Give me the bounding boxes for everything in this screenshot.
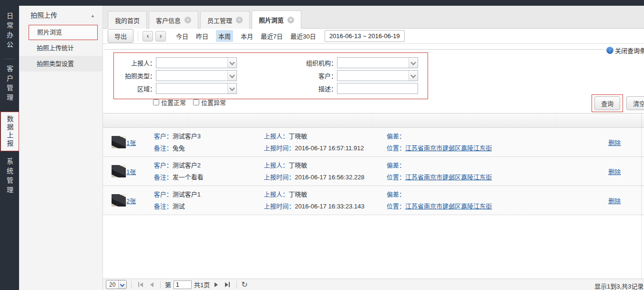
- last-page-button[interactable]: [223, 282, 232, 287]
- quick-filter-last7days[interactable]: 最近7日: [261, 31, 283, 41]
- main-content: 我的首页 客户信息 × 员工管理 × 照片浏览 × 导出 ‹ › 今日 昨日: [103, 0, 644, 290]
- position-normal-label: 位置正常: [161, 98, 186, 107]
- position-abnormal-label: 位置异常: [201, 98, 226, 107]
- chevron-down-icon[interactable]: [409, 58, 418, 68]
- time-label: 上报时间：: [264, 174, 295, 181]
- query-form: 上报人： 组织机构： 拍照类型： 客户： 区域： 描: [113, 52, 428, 99]
- deviation-label: 偏差：: [387, 191, 405, 198]
- quick-filter-last30days[interactable]: 最近30日: [290, 31, 316, 41]
- deviation-label: 偏差：: [387, 162, 405, 169]
- prev-page-button[interactable]: [148, 282, 156, 287]
- chevron-down-icon[interactable]: [227, 83, 236, 93]
- position-normal-checkbox[interactable]: [153, 99, 159, 105]
- location-link[interactable]: 江苏省南京市建邺区嘉陵江东街: [405, 203, 492, 210]
- org-select[interactable]: [337, 57, 418, 68]
- quick-filter-this-week[interactable]: 本周: [216, 30, 233, 42]
- sidebar-item-customer-management[interactable]: 客户管理: [0, 65, 19, 105]
- position-normal-option[interactable]: 位置正常: [153, 98, 186, 107]
- query-panel: ↑ 关闭查询条件 上报人： 组织机构： 拍照类型： 客户：: [103, 44, 644, 114]
- quick-filter-today[interactable]: 今日: [176, 31, 188, 41]
- deviation-label: 偏差：: [387, 133, 405, 140]
- delete-link[interactable]: 删除: [608, 168, 621, 176]
- menu-item-photo-type-settings[interactable]: 拍照类型设置: [19, 56, 102, 72]
- position-abnormal-option[interactable]: 位置异常: [193, 98, 226, 107]
- photo-cell: 1张: [112, 136, 154, 148]
- photo-thumbnail[interactable]: [112, 165, 126, 177]
- chevron-down-icon[interactable]: [409, 71, 418, 81]
- location-link[interactable]: 江苏省南京市建邺区嘉陵江东街: [405, 145, 492, 152]
- chevron-down-icon[interactable]: [227, 58, 236, 68]
- close-query-conditions-link[interactable]: ↑ 关闭查询条件: [606, 46, 644, 55]
- reporter-value: 丁晓敏: [288, 133, 307, 140]
- sidebar-item-data-report[interactable]: 数据上报: [0, 112, 19, 151]
- close-icon[interactable]: ×: [236, 17, 243, 23]
- photo-count-link[interactable]: 2张: [126, 196, 136, 205]
- clear-button[interactable]: 清空: [626, 96, 644, 110]
- location-label: 位置：: [387, 203, 405, 210]
- quick-filter-this-month[interactable]: 本月: [241, 31, 253, 41]
- photo-count-link[interactable]: 1张: [126, 167, 136, 176]
- customer-label: 客户：: [299, 71, 337, 80]
- position-checkboxes: 位置正常 位置异常: [153, 98, 226, 107]
- date-range-field[interactable]: 2016-06-13 ~ 2016-06-19: [325, 30, 405, 42]
- photo-type-label: 拍照类型：: [114, 71, 156, 80]
- collapse-up-icon: ↑: [606, 47, 613, 54]
- time-label: 上报时间：: [264, 203, 295, 210]
- pager-separator: [160, 281, 161, 289]
- search-button[interactable]: 查询: [594, 96, 620, 110]
- reporter-label: 上报人：: [264, 133, 288, 140]
- close-icon[interactable]: ×: [184, 17, 191, 23]
- collapse-arrow-icon[interactable]: ▲: [91, 6, 95, 25]
- note-value: 测试: [173, 203, 185, 210]
- refresh-icon[interactable]: ↻: [241, 281, 247, 289]
- chevron-down-icon[interactable]: [227, 71, 236, 81]
- sidebar-item-label: 客户管理: [5, 65, 14, 104]
- next-page-button[interactable]: [212, 282, 220, 287]
- export-button[interactable]: 导出: [108, 29, 133, 43]
- location-link[interactable]: 江苏省南京市建邺区嘉陵江东街: [405, 174, 492, 181]
- customer-value: 测试客户3: [173, 133, 201, 140]
- customer-cell: 客户：测试客户3 备注：兔兔: [154, 130, 264, 154]
- photo-thumbnail[interactable]: [112, 136, 126, 148]
- delete-link[interactable]: 删除: [608, 197, 621, 205]
- first-page-button[interactable]: [136, 282, 145, 287]
- location-label: 位置：: [387, 174, 405, 181]
- tab-my-home[interactable]: 我的首页: [108, 11, 147, 29]
- top-dark-strip: [0, 0, 644, 6]
- sidebar-item-system-management[interactable]: 系统管理: [0, 158, 19, 197]
- table-row: 2张 客户：测试客户1 备注：测试 上报人：丁晓敏 上报时间：2016-06-1…: [103, 186, 644, 215]
- tab-customer-info[interactable]: 客户信息 ×: [149, 11, 198, 29]
- reporter-select[interactable]: [156, 57, 237, 68]
- delete-cell: 删除: [608, 167, 644, 176]
- close-icon[interactable]: ×: [287, 17, 294, 23]
- page-size-value: 20: [106, 281, 118, 288]
- menu-item-photo-browse[interactable]: 照片浏览: [29, 25, 98, 40]
- page-number-input[interactable]: [174, 280, 192, 289]
- time-label: 上报时间：: [264, 145, 295, 152]
- photo-count-link[interactable]: 1张: [126, 138, 136, 147]
- table-row: 1张 客户：测试客户2 备注：发一个看看 上报人：丁晓敏 上报时间：2016-0…: [103, 157, 644, 186]
- description-label: 描述：: [299, 84, 337, 93]
- prev-range-button[interactable]: ‹: [143, 31, 153, 41]
- menu-item-photo-upload-stats[interactable]: 拍照上传统计: [19, 40, 102, 56]
- delete-link[interactable]: 删除: [608, 139, 621, 146]
- page-size-select[interactable]: 20: [106, 280, 127, 289]
- photo-type-select[interactable]: [156, 70, 237, 81]
- sidebar-item-label: 系统管理: [5, 158, 14, 196]
- toolbar-separator: [138, 31, 138, 41]
- time-value: 2016-06-17 16:57:11.912: [295, 145, 364, 152]
- sidebar-divider: [4, 59, 15, 59]
- tab-photo-browse[interactable]: 照片浏览 ×: [252, 10, 301, 29]
- sidebar-item-daily-office[interactable]: 日常办公: [0, 12, 19, 52]
- page-total-label: 共1页: [194, 280, 210, 289]
- menu-group-header[interactable]: 拍照上传 ▲: [19, 6, 102, 25]
- customer-select[interactable]: [337, 70, 418, 81]
- quick-filter-yesterday[interactable]: 昨日: [196, 31, 208, 41]
- next-range-button[interactable]: ›: [155, 31, 166, 41]
- region-select[interactable]: [156, 83, 237, 94]
- position-abnormal-checkbox[interactable]: [193, 99, 199, 105]
- tab-employee-management[interactable]: 员工管理 ×: [200, 11, 250, 29]
- location-cell: 偏差： 位置：江苏省南京市建邺区嘉陵江东街: [387, 130, 608, 154]
- photo-thumbnail[interactable]: [112, 194, 126, 207]
- description-input[interactable]: [337, 83, 418, 94]
